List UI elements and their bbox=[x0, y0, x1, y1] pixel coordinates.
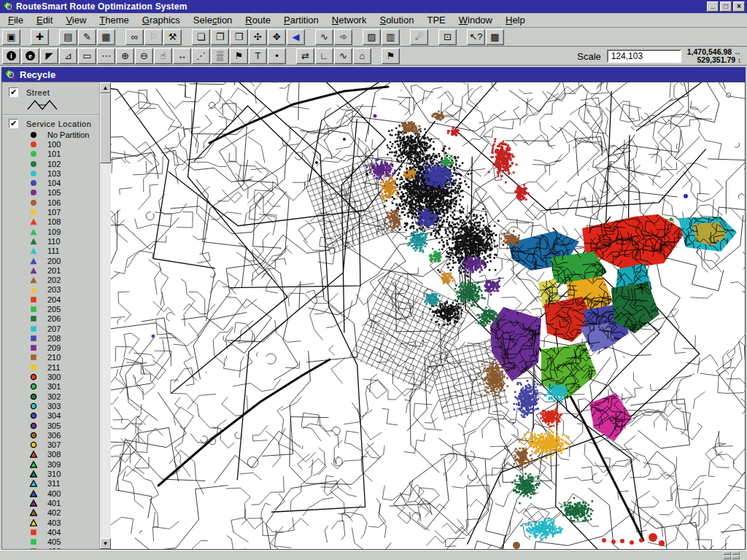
legend-item-210[interactable]: 210 bbox=[2, 353, 99, 362]
legend-item-208[interactable]: 208 bbox=[2, 333, 99, 343]
street-checkbox[interactable]: ✔ bbox=[9, 88, 18, 97]
legend-item-200[interactable]: 200 bbox=[2, 256, 99, 265]
menu-partition[interactable]: Partition bbox=[277, 13, 325, 27]
minimize-button[interactable]: _ bbox=[707, 1, 719, 12]
menu-file[interactable]: File bbox=[1, 13, 30, 27]
legend-item-300[interactable]: 300 bbox=[2, 372, 99, 381]
previous-extent-button[interactable]: ◀ bbox=[287, 29, 305, 45]
legend-item-401[interactable]: 401 bbox=[2, 498, 99, 508]
legend-item-301[interactable]: 301 bbox=[2, 382, 99, 392]
legend-item-101[interactable]: 101 bbox=[2, 149, 99, 159]
legend-item-201[interactable]: 201 bbox=[2, 265, 99, 275]
partition-pattern-button[interactable]: ▨ bbox=[363, 29, 381, 45]
legend-item-211[interactable]: 211 bbox=[2, 362, 99, 372]
menu-window[interactable]: Window bbox=[452, 13, 499, 27]
legend-item-207[interactable]: 207 bbox=[2, 324, 99, 333]
scale-input[interactable] bbox=[607, 50, 681, 63]
legend-item-305[interactable]: 305 bbox=[2, 421, 99, 430]
zoom-theme-button[interactable]: ❒ bbox=[230, 29, 248, 45]
scrollbar-track[interactable] bbox=[100, 163, 111, 538]
help-pointer-button[interactable]: ↖? bbox=[467, 29, 485, 45]
legend-item-403[interactable]: 403 bbox=[2, 518, 99, 527]
partition-dots-button[interactable]: ▩ bbox=[486, 29, 504, 45]
legend-item-304[interactable]: 304 bbox=[2, 411, 99, 421]
route-path-button[interactable]: ➾ bbox=[334, 29, 352, 45]
legend-item-405[interactable]: 405 bbox=[2, 537, 99, 546]
legend-item-206[interactable]: 206 bbox=[2, 314, 99, 324]
menu-edit[interactable]: Edit bbox=[30, 13, 59, 27]
scroll-down-button[interactable]: ▼ bbox=[100, 538, 111, 549]
scrollbar-thumb[interactable] bbox=[100, 93, 111, 163]
edit-line-button[interactable]: ✎ bbox=[78, 29, 96, 45]
curve-button[interactable]: ∿ bbox=[334, 48, 352, 64]
text-tool-button[interactable]: T bbox=[249, 48, 267, 64]
save-button[interactable]: ▣ bbox=[2, 29, 20, 45]
close-button[interactable]: × bbox=[733, 1, 745, 12]
legend-item-310[interactable]: 310 bbox=[2, 469, 99, 478]
legend-item-106[interactable]: 106 bbox=[2, 198, 99, 207]
legend-item-108[interactable]: 108 bbox=[2, 217, 99, 227]
legend-item-205[interactable]: 205 bbox=[2, 304, 99, 314]
legend-item-107[interactable]: 107 bbox=[2, 207, 99, 217]
menu-selection[interactable]: Selection bbox=[187, 13, 239, 27]
dots-tool-button[interactable]: ⋯ bbox=[97, 48, 115, 64]
legend-item-306[interactable]: 306 bbox=[2, 430, 99, 440]
point-tool-button[interactable]: • bbox=[268, 48, 286, 64]
legend-item-308[interactable]: 308 bbox=[2, 450, 99, 459]
menu-theme[interactable]: Theme bbox=[93, 13, 135, 27]
menu-solution[interactable]: Solution bbox=[373, 13, 420, 27]
resize-grip-icon[interactable] bbox=[723, 551, 740, 559]
maximize-button[interactable]: □ bbox=[720, 1, 732, 12]
test-hammer-button[interactable]: ⚒ bbox=[163, 29, 182, 45]
pan-button[interactable]: ☝ bbox=[154, 48, 172, 64]
legend-item-303[interactable]: 303 bbox=[2, 401, 99, 411]
copy-theme-button[interactable]: ❐ bbox=[211, 29, 229, 45]
route-segment-button[interactable]: ∿ bbox=[315, 29, 333, 45]
menu-route[interactable]: Route bbox=[239, 13, 277, 27]
legend-item-204[interactable]: 204 bbox=[2, 295, 99, 304]
legend-item-404[interactable]: 404 bbox=[2, 527, 99, 537]
legend-scrollbar[interactable]: ▲ ▼ bbox=[99, 82, 111, 549]
identify-button[interactable]: i bbox=[2, 48, 20, 64]
legend-item-307[interactable]: 307 bbox=[2, 440, 99, 450]
add-data-button[interactable]: ✚ bbox=[31, 29, 49, 45]
legend-item-400[interactable]: 400 bbox=[2, 489, 99, 498]
legend-item-102[interactable]: 102 bbox=[2, 159, 99, 168]
map-canvas[interactable] bbox=[111, 82, 746, 549]
legend-item-no-partition[interactable]: No Partition bbox=[2, 130, 99, 139]
legend-item-203[interactable]: 203 bbox=[2, 285, 99, 295]
legend-item-209[interactable]: 209 bbox=[2, 343, 99, 353]
query-pin-button[interactable]: ⚐ bbox=[144, 29, 163, 45]
legend-item-402[interactable]: 402 bbox=[2, 508, 99, 518]
zoom-selected-button[interactable]: ✣ bbox=[249, 29, 267, 45]
legend-item-202[interactable]: 202 bbox=[2, 275, 99, 284]
legend-item-110[interactable]: 110 bbox=[2, 236, 99, 246]
legend-item-100[interactable]: 100 bbox=[2, 139, 99, 149]
report-button[interactable]: ▥ bbox=[382, 29, 400, 45]
find-button[interactable]: ∞ bbox=[125, 29, 144, 45]
legend-item-104[interactable]: 104 bbox=[2, 178, 99, 187]
pointer-button[interactable]: ◤ bbox=[40, 48, 58, 64]
address-button[interactable]: ⌂ bbox=[353, 48, 371, 64]
legend-item-105[interactable]: 105 bbox=[2, 188, 99, 198]
select-rect-button[interactable]: ▭ bbox=[78, 48, 96, 64]
legend-item-302[interactable]: 302 bbox=[2, 392, 99, 401]
pin-marker-button[interactable]: ⚑ bbox=[382, 48, 400, 64]
menu-tpe[interactable]: TPE bbox=[420, 13, 452, 27]
zoom-in-button[interactable]: ⊕ bbox=[116, 48, 134, 64]
hotlink-button[interactable]: e bbox=[21, 48, 39, 64]
legend-item-111[interactable]: 111 bbox=[2, 246, 99, 256]
edit-theme-button[interactable]: ❏ bbox=[192, 29, 210, 45]
legend-item-311[interactable]: 311 bbox=[2, 479, 99, 489]
menu-graphics[interactable]: Graphics bbox=[136, 13, 187, 27]
flow-arrows-button[interactable]: ⇄ bbox=[296, 48, 314, 64]
layout-button[interactable]: ▤ bbox=[59, 29, 77, 45]
menu-network[interactable]: Network bbox=[325, 13, 374, 27]
legend-item-103[interactable]: 103 bbox=[2, 168, 99, 178]
legend-item-109[interactable]: 109 bbox=[2, 227, 99, 236]
menu-view[interactable]: View bbox=[59, 13, 93, 27]
zoom-out-button[interactable]: ⊖ bbox=[135, 48, 153, 64]
measure-button[interactable]: ↔ bbox=[173, 48, 191, 64]
scroll-up-button[interactable]: ▲ bbox=[100, 82, 111, 93]
legend-item-309[interactable]: 309 bbox=[2, 459, 99, 469]
